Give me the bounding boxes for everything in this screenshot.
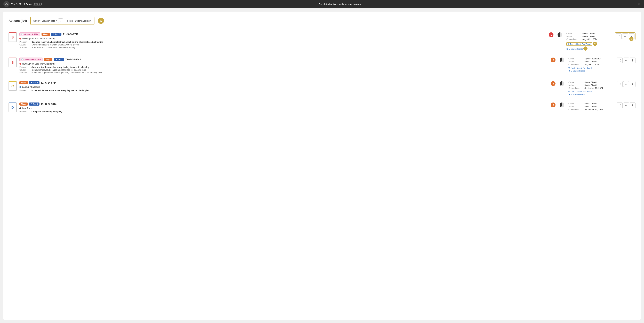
pie-chart-icon (560, 103, 564, 107)
card-id: T1--C-24-8714 (41, 81, 56, 84)
tier-tag: ⚑ Tier 2 (51, 33, 62, 36)
card-actions: ⛶ ✏ 🗑 (617, 81, 636, 87)
edit-button[interactable]: ✏ (622, 33, 628, 39)
edit-button[interactable]: ✏ (623, 81, 629, 87)
svg-point-1 (5, 4, 6, 5)
board-link[interactable]: ⧉ Tier 1 - Line 3 Perf Board (566, 42, 592, 46)
author-row: Author : Nicola Olivetti (568, 105, 613, 108)
expand-icon: ⛶ (618, 35, 620, 38)
card-problem: Problem: Late parts increasing every day (20, 111, 548, 113)
svg-point-2 (7, 4, 8, 5)
date-tag: 🕐 October 4, 2024 (20, 32, 40, 36)
card-tags: Major ⚑ Tier 3 T1--C-24-8714 (20, 81, 548, 84)
svg-point-0 (6, 3, 7, 4)
card-problem: Problem: In the last 3 days, extra hours… (20, 89, 548, 92)
edit-button[interactable]: ✏ (623, 58, 629, 63)
card-body: Major ⚑ Tier 3 T1--C-24-8714 Labour Xtra… (20, 81, 548, 92)
owner-row: Owner : Nicola Olivetti (568, 103, 613, 105)
card-number: 1 (549, 32, 554, 37)
card-id: T1--D-24-1814 (41, 103, 56, 105)
trash-icon: 🗑 (632, 83, 634, 86)
board-link[interactable]: ⧉ Tier 1 - Line 3 Perf Board (568, 67, 613, 69)
card-solution: Solution: a) Set up a cupboard for clean… (20, 72, 548, 74)
sort-select[interactable]: Creation date ▾ (42, 20, 57, 22)
card-category: Labour Xtra Hours (20, 86, 548, 88)
pencil-icon: ✏ (625, 104, 627, 107)
tier-tag: ⚑ Tier 3 (29, 103, 39, 106)
actions-title: Actions (4/4) (8, 19, 27, 23)
action-card: S 🕐 September 6, 2024 Major ⚑ Tier 2 T1-… (8, 54, 636, 78)
sort-direction-button[interactable]: ↓ (58, 18, 63, 23)
main-content: Actions (4/4) Sort by Creation date ▾ ↓ … (4, 12, 640, 319)
tier-icon: ⚑ (31, 103, 32, 105)
card-number: 2 (551, 58, 556, 62)
card-icon-s: S (8, 32, 17, 42)
filters-dropdown[interactable]: 2 filters applied ▾ (75, 20, 92, 22)
board-link[interactable]: ⧉ Tier 1 - Line 3 Perf Board (568, 90, 613, 93)
card-number: 2 (551, 81, 556, 86)
cards-link-icon: ▣ (568, 70, 570, 72)
card-icon-s: S (8, 58, 17, 67)
card-number: 2 (551, 103, 556, 107)
card-meta: Owner : Nicola Olivetti Author : Nicola … (568, 81, 613, 96)
topbar-logo (4, 1, 10, 7)
toolbar-divider (65, 19, 65, 23)
clock-icon: 🕐 (21, 58, 24, 61)
tier-tag: ⚑ Tier 2 (54, 58, 64, 61)
delete-button[interactable]: 🗑 (630, 58, 636, 63)
annotation-d: D (584, 47, 588, 51)
card-tags: Major ⚑ Tier 3 T1--D-24-1814 (20, 103, 548, 106)
pie-container (560, 81, 564, 86)
pie-chart-icon (558, 32, 562, 37)
tier-tag: ⚑ Tier 3 (29, 81, 39, 84)
filters-dropdown-icon: ▾ (90, 20, 92, 22)
pencil-icon: ✏ (624, 35, 626, 38)
severity-tag: Major (20, 103, 28, 106)
card-category: NSWA (Non Stop Work Accident) (20, 37, 546, 40)
sort-value: Creation date (42, 20, 55, 22)
card-letter: D (12, 106, 14, 110)
card-cause: Cause: Didn't wear gloves, because no cl… (20, 69, 548, 71)
card-body: 🕐 September 6, 2024 Major ⚑ Tier 2 T1--S… (20, 58, 548, 74)
sort-by-label: Sort by (33, 20, 40, 22)
card-meta: Owner : Sylvain Bourderon Author : Nicol… (568, 58, 613, 72)
close-button[interactable]: ✕ (638, 2, 640, 6)
author-row: Author : Nicola Olivetti (568, 84, 613, 87)
created-row: Created on : September 17, 2024 (568, 108, 613, 111)
attached-cards-link[interactable]: ▣ 2 attached cards (566, 48, 583, 50)
cards-link-container: ▣ 2 attached cards (568, 93, 613, 96)
card-category: Late Parts (20, 107, 548, 110)
tier-icon: ⚑ (56, 59, 57, 60)
card-icon-c: C (8, 81, 17, 91)
board-link-container: ⧉ Tier 1 - Line 3 Perf Board (568, 67, 613, 69)
card-right: 1 Owner : Nicola Olivetti Author : Nicol… (549, 32, 636, 51)
delete-button[interactable]: 🗑 (630, 81, 636, 87)
topbar: Tier 2 - APU 1 Room PUBLIC Escalated act… (0, 0, 644, 8)
delete-button[interactable]: 🗑 (630, 103, 636, 108)
cards-link-container: ▣ 2 attached cards D (566, 47, 611, 51)
edit-button[interactable]: ✏ (623, 103, 629, 108)
action-card: C Major ⚑ Tier 3 T1--C-24-8714 Labour Xt… (8, 78, 636, 99)
owner-row: Owner : Nicola Olivetti (566, 32, 611, 35)
expand-button[interactable]: ⛶ (617, 103, 622, 108)
link-icon: ⧉ (568, 90, 570, 93)
card-body: 🕐 October 4, 2024 Major ⚑ Tier 2 T1--S-2… (20, 32, 546, 49)
created-row: Created on : September 17, 2024 (568, 87, 613, 89)
expand-button[interactable]: ⛶ (616, 33, 622, 39)
card-id: T1--S-24-8717 (63, 33, 78, 36)
date-tag: 🕐 September 6, 2024 (20, 58, 43, 61)
topbar-badge: PUBLIC (33, 3, 41, 6)
trash-icon: 🗑 (632, 104, 634, 107)
filters-label: Filters (67, 20, 73, 22)
severity-tag: Major (44, 58, 52, 61)
tier-icon: ⚑ (31, 82, 32, 84)
attached-cards-link[interactable]: ▣ 2 attached cards (568, 93, 613, 96)
expand-button[interactable]: ⛶ (617, 58, 622, 63)
pie-container (560, 58, 564, 62)
pie-chart-icon (560, 58, 564, 62)
card-actions: ⛶ ✏ 🗑 B (615, 32, 636, 40)
topbar-left: Tier 2 - APU 1 Room PUBLIC (4, 1, 42, 7)
board-link-container: ⧉ Tier 1 - Line 3 Perf Board C (566, 42, 611, 46)
attached-cards-link[interactable]: ▣ 2 attached cards (568, 70, 613, 72)
expand-button[interactable]: ⛶ (617, 81, 622, 87)
